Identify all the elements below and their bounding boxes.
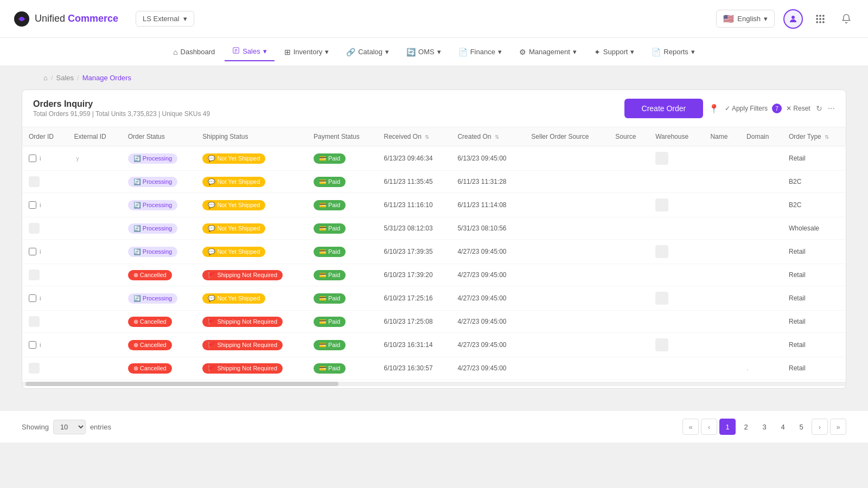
table-row[interactable]: i 🔄 Processing 💬 Not Yet Shipped 💳 Paid … bbox=[22, 286, 846, 311]
nav-item-sales[interactable]: Sales ▾ bbox=[225, 42, 275, 61]
payment-status-badge: 💳 Paid bbox=[314, 223, 346, 234]
horizontal-scrollbar[interactable] bbox=[22, 382, 846, 386]
created-on-cell: 4/27/23 09:45:00 bbox=[451, 240, 525, 264]
page-btn-4[interactable]: 4 bbox=[775, 419, 791, 435]
order-status-cell: 🔄 Processing bbox=[122, 217, 196, 240]
seller-order-source-cell bbox=[525, 240, 609, 264]
source-cell bbox=[609, 193, 649, 217]
orders-meta: Total Orders 91,959 | Total Units 3,735,… bbox=[33, 110, 210, 118]
table-row[interactable]: 🔄 Processing 💬 Not Yet Shipped 💳 Paid 5/… bbox=[22, 217, 846, 240]
user-icon bbox=[788, 14, 798, 24]
home-icon[interactable]: ⌂ bbox=[43, 74, 48, 82]
warehouse-cell bbox=[649, 146, 704, 171]
chevron-down-icon: ▾ bbox=[325, 48, 329, 56]
apply-filters-btn[interactable]: ✓ Apply Filters bbox=[725, 105, 768, 112]
external-id-cell bbox=[67, 171, 121, 193]
order-status-badge: ⊗ Cancelled bbox=[128, 363, 172, 374]
row-checkbox[interactable] bbox=[29, 341, 36, 349]
row-checkbox-cell bbox=[22, 264, 67, 286]
user-avatar[interactable] bbox=[783, 9, 803, 29]
col-order-type[interactable]: Order Type ⇅ bbox=[782, 127, 846, 146]
domain-cell bbox=[740, 311, 782, 333]
table-row[interactable]: i 🔄 Processing 💬 Not Yet Shipped 💳 Paid … bbox=[22, 240, 846, 264]
domain-cell bbox=[740, 240, 782, 264]
received-on-cell: 5/31/23 08:12:03 bbox=[377, 217, 451, 240]
row-checkbox[interactable] bbox=[29, 201, 36, 209]
language-selector[interactable]: 🇺🇸 English ▾ bbox=[716, 10, 775, 28]
domain-cell bbox=[740, 217, 782, 240]
org-selector-label: LS External bbox=[143, 15, 179, 23]
refresh-icon[interactable]: ↻ bbox=[816, 104, 822, 113]
warehouse-cell bbox=[649, 217, 704, 240]
row-checkbox[interactable] bbox=[29, 155, 36, 162]
order-type-cell: Retail bbox=[782, 333, 846, 357]
col-received-on[interactable]: Received On ⇅ bbox=[377, 127, 451, 146]
col-domain: Domain bbox=[740, 127, 782, 146]
warehouse-cell bbox=[649, 240, 704, 264]
order-status-badge: 🔄 Processing bbox=[128, 223, 177, 234]
nav-item-catalog[interactable]: 🔗 Catalog ▾ bbox=[339, 43, 397, 61]
order-status-badge: 🔄 Processing bbox=[128, 200, 177, 210]
nav-item-management[interactable]: ⚙ Management ▾ bbox=[512, 43, 584, 61]
nav-label-finance: Finance bbox=[470, 48, 495, 56]
table-row[interactable]: ⊗ Cancelled 🚩 Shipping Not Required 💳 Pa… bbox=[22, 264, 846, 286]
order-type-cell: Wholesale bbox=[782, 217, 846, 240]
table-row[interactable]: ⊗ Cancelled 🚩 Shipping Not Required 💳 Pa… bbox=[22, 311, 846, 333]
entries-label: entries bbox=[90, 423, 111, 431]
per-page-select[interactable]: 10 25 50 100 bbox=[53, 420, 86, 434]
source-cell bbox=[609, 240, 649, 264]
payment-status-cell: 💳 Paid bbox=[307, 264, 378, 286]
org-selector[interactable]: LS External ▾ bbox=[136, 11, 194, 27]
create-order-button[interactable]: Create Order bbox=[624, 99, 704, 118]
col-created-on[interactable]: Created On ⇅ bbox=[451, 127, 525, 146]
payment-status-cell: 💳 Paid bbox=[307, 217, 378, 240]
nav-item-reports[interactable]: 📄 Reports ▾ bbox=[644, 43, 703, 61]
notification-bell-icon[interactable] bbox=[838, 10, 855, 28]
page-btn-1[interactable]: 1 bbox=[719, 419, 736, 435]
external-id-cell bbox=[67, 264, 121, 286]
prev-page-btn[interactable]: ‹ bbox=[701, 419, 717, 435]
logo-area: Unified Commerce LS External ▾ bbox=[13, 10, 716, 28]
apps-icon[interactable] bbox=[812, 10, 829, 28]
svg-rect-10 bbox=[822, 21, 824, 23]
order-status-cell: ⊗ Cancelled bbox=[122, 357, 196, 380]
page-btn-2[interactable]: 2 bbox=[738, 419, 754, 435]
table-row[interactable]: i ⊗ Cancelled 🚩 Shipping Not Required 💳 … bbox=[22, 333, 846, 357]
first-page-btn[interactable]: « bbox=[682, 419, 699, 435]
table-row[interactable]: i y 🔄 Processing 💬 Not Yet Shipped 💳 Pai… bbox=[22, 146, 846, 171]
more-options-icon[interactable]: ··· bbox=[828, 104, 835, 113]
row-checkbox[interactable] bbox=[29, 248, 36, 255]
nav-item-support[interactable]: ✦ Support ▾ bbox=[586, 43, 642, 61]
shipping-status-badge: 💬 Not Yet Shipped bbox=[202, 247, 265, 257]
nav-label-sales: Sales bbox=[242, 47, 260, 55]
nav-item-dashboard[interactable]: ⌂ Dashboard bbox=[165, 43, 222, 61]
management-icon: ⚙ bbox=[519, 48, 526, 56]
reset-btn[interactable]: ✕ Reset bbox=[786, 105, 810, 112]
nav-item-finance[interactable]: 📄 Finance ▾ bbox=[451, 43, 509, 61]
pagination: « ‹ 1 2 3 4 5 › » bbox=[682, 419, 846, 435]
row-checkbox[interactable] bbox=[29, 294, 36, 302]
seller-order-source-cell bbox=[525, 333, 609, 357]
order-status-badge: ⊗ Cancelled bbox=[128, 340, 172, 350]
seller-order-source-cell bbox=[525, 146, 609, 171]
table-row[interactable]: 🔄 Processing 💬 Not Yet Shipped 💳 Paid 6/… bbox=[22, 171, 846, 193]
nav-item-inventory[interactable]: ⊞ Inventory ▾ bbox=[277, 43, 336, 61]
row-checkbox-cell bbox=[22, 357, 67, 380]
breadcrumb-sales[interactable]: Sales bbox=[56, 74, 74, 82]
row-checkbox-cell: i bbox=[22, 146, 67, 171]
dashboard-icon: ⌂ bbox=[173, 48, 177, 56]
nav-item-oms[interactable]: 🔄 OMS ▾ bbox=[399, 43, 449, 61]
row-checkbox-cell: i bbox=[22, 286, 67, 311]
footer-bar: Showing 10 25 50 100 entries « ‹ 1 2 3 4… bbox=[0, 410, 868, 442]
name-cell bbox=[704, 264, 740, 286]
last-page-btn[interactable]: » bbox=[830, 419, 846, 435]
table-row[interactable]: i 🔄 Processing 💬 Not Yet Shipped 💳 Paid … bbox=[22, 193, 846, 217]
page-btn-5[interactable]: 5 bbox=[793, 419, 809, 435]
reports-icon: 📄 bbox=[652, 48, 661, 56]
table-row[interactable]: ⊗ Cancelled 🚩 Shipping Not Required 💳 Pa… bbox=[22, 357, 846, 380]
col-order-id: Order ID bbox=[22, 127, 67, 146]
order-type-cell: Retail bbox=[782, 146, 846, 171]
received-on-cell: 6/11/23 11:16:10 bbox=[377, 193, 451, 217]
page-btn-3[interactable]: 3 bbox=[756, 419, 773, 435]
next-page-btn[interactable]: › bbox=[812, 419, 828, 435]
